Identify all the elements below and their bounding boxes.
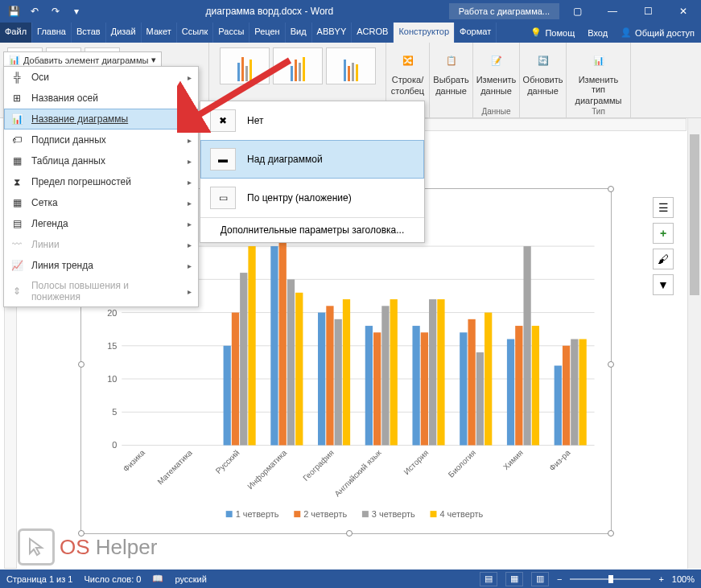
gridlines-icon: ▦ — [10, 196, 23, 209]
tab-layout[interactable]: Макет — [142, 23, 177, 43]
menu-error-bars[interactable]: ⧗Предел погрешностей▸ — [4, 171, 198, 192]
menu-trendline[interactable]: 📈Линия тренда▸ — [4, 255, 198, 276]
svg-text:1 четверть: 1 четверть — [236, 509, 279, 519]
svg-rect-53 — [563, 346, 570, 446]
tab-insert[interactable]: Встав — [72, 23, 106, 43]
svg-rect-30 — [343, 299, 350, 445]
submenu-more-options[interactable]: Дополнительные параметры заголовка... — [200, 217, 424, 242]
web-layout-icon[interactable]: ▥ — [531, 572, 549, 586]
save-icon[interactable]: 💾 — [5, 2, 23, 20]
tab-review[interactable]: Рецен — [249, 23, 285, 43]
svg-text:15: 15 — [107, 341, 117, 351]
vertical-scrollbar[interactable] — [687, 118, 701, 569]
word-count[interactable]: Число слов: 0 — [84, 574, 141, 584]
submenu-above-chart[interactable]: ▬Над диаграммой — [200, 140, 424, 179]
svg-rect-38 — [421, 332, 428, 445]
zoom-level[interactable]: 100% — [672, 574, 695, 584]
chart-styles[interactable] — [216, 44, 379, 88]
submenu-none[interactable]: ✖Нет — [200, 101, 424, 140]
refresh-data-button[interactable]: 🔄 Обновитьданные — [518, 44, 568, 99]
close-icon[interactable]: ✕ — [666, 0, 701, 23]
table-edit-icon: 📝 — [484, 47, 509, 73]
svg-rect-44 — [476, 352, 484, 445]
zoom-out-icon[interactable]: − — [557, 574, 562, 584]
axis-titles-icon: ⊞ — [10, 92, 23, 105]
svg-rect-34 — [381, 306, 389, 445]
tab-format[interactable]: Формат — [455, 23, 497, 43]
print-layout-icon[interactable]: ▦ — [505, 572, 523, 586]
select-data-button[interactable]: 📋 Выбратьданные — [428, 44, 473, 99]
svg-text:Английский язык: Английский язык — [332, 448, 383, 499]
language-indicator[interactable]: русский — [175, 574, 206, 584]
tab-constructor[interactable]: Конструктор — [394, 23, 455, 43]
edit-data-button[interactable]: 📝 Изменитьданные — [472, 44, 522, 99]
quick-access-toolbar: 💾 ↶ ↷ ▾ — [0, 2, 90, 20]
undo-icon[interactable]: ↶ — [26, 2, 43, 20]
page-indicator[interactable]: Страница 1 из 1 — [6, 574, 72, 584]
zoom-slider[interactable] — [570, 578, 650, 580]
sign-in[interactable]: Вход — [581, 23, 614, 43]
tab-acrobat[interactable]: ACROB — [352, 23, 394, 43]
tab-design[interactable]: Дизай — [106, 23, 142, 43]
tab-references[interactable]: Ссылк — [177, 23, 214, 43]
redo-icon[interactable]: ↷ — [47, 2, 64, 20]
svg-rect-49 — [523, 246, 530, 445]
tab-file[interactable]: Файл — [0, 23, 32, 43]
menu-axes[interactable]: ╬Оси▸ — [4, 67, 198, 88]
svg-rect-39 — [429, 299, 436, 445]
switch-row-column-button[interactable]: 🔀 Строка/столбец — [386, 44, 429, 99]
menu-updown-bars: ⇕Полосы повышения и понижения▸ — [4, 276, 198, 306]
refresh-icon: 🔄 — [530, 47, 556, 73]
svg-rect-17 — [224, 346, 231, 446]
menu-legend[interactable]: ▤Легенда▸ — [4, 213, 198, 234]
chart-elements-icon[interactable]: ☰ — [653, 197, 674, 218]
menu-axis-titles[interactable]: ⊞Названия осей▸ — [4, 88, 198, 109]
svg-rect-24 — [287, 279, 295, 445]
group-type-label: Тип — [567, 107, 630, 116]
watermark: OS Helper — [18, 528, 157, 565]
chart-styles-icon[interactable]: 🖌 — [653, 249, 674, 269]
spellcheck-icon[interactable]: 📖 — [152, 574, 163, 584]
svg-text:Русский: Русский — [214, 448, 241, 475]
read-mode-icon[interactable]: ▤ — [480, 572, 497, 586]
ribbon-options-icon[interactable]: ▢ — [559, 0, 595, 23]
zoom-in-icon[interactable]: + — [658, 574, 663, 584]
chart-filter-icon[interactable]: ▼ — [653, 274, 674, 295]
svg-rect-27 — [318, 313, 325, 446]
svg-rect-35 — [390, 299, 398, 445]
chart-plus-icon[interactable]: + — [653, 223, 674, 244]
tell-me[interactable]: 💡Помощ — [524, 23, 581, 43]
change-chart-type-button[interactable]: 📊 Изменить типдиаграммы — [571, 44, 627, 109]
document-title: диаграмма ворд.docx - Word — [90, 6, 449, 17]
tab-home[interactable]: Главна — [32, 23, 72, 43]
svg-rect-52 — [555, 366, 562, 446]
svg-rect-37 — [412, 326, 419, 445]
maximize-icon[interactable]: ☐ — [630, 0, 666, 23]
svg-rect-40 — [437, 299, 444, 445]
chart-title-icon: 📊 — [10, 113, 23, 125]
tab-view[interactable]: Вид — [286, 23, 312, 43]
svg-text:3 четверть: 3 четверть — [372, 509, 415, 519]
chart-type-icon: 📊 — [586, 47, 612, 73]
minimize-icon[interactable]: — — [595, 0, 630, 23]
above-thumb-icon: ▬ — [210, 148, 236, 171]
menu-data-labels[interactable]: 🏷Подписи данных▸ — [4, 130, 198, 150]
svg-rect-28 — [326, 306, 333, 445]
trendline-icon: 📈 — [10, 259, 23, 272]
menu-data-table[interactable]: ▦Таблица данных▸ — [4, 150, 198, 171]
menu-gridlines[interactable]: ▦Сетка▸ — [4, 192, 198, 213]
submenu-centered-overlay[interactable]: ▭По центру (наложение) — [200, 179, 424, 217]
axes-icon: ╬ — [10, 71, 23, 84]
svg-rect-63 — [431, 511, 437, 517]
share-button[interactable]: 👤Общий доступ — [614, 23, 701, 43]
tab-abbyy[interactable]: ABBYY — [312, 23, 353, 43]
svg-rect-19 — [240, 273, 247, 445]
svg-rect-20 — [248, 246, 255, 445]
svg-rect-61 — [362, 511, 369, 517]
tab-mailings[interactable]: Рассы — [213, 23, 249, 43]
table-select-icon: 📋 — [439, 47, 464, 73]
switch-icon: 🔀 — [395, 47, 421, 73]
centered-thumb-icon: ▭ — [210, 187, 236, 209]
qat-dropdown-icon[interactable]: ▾ — [68, 2, 85, 20]
menu-chart-title[interactable]: 📊Название диаграммы▸ — [4, 109, 198, 130]
